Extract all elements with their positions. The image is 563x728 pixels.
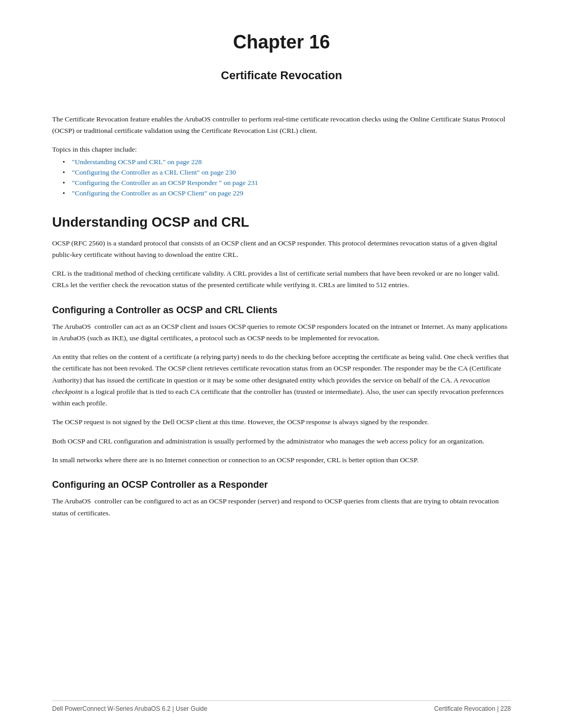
configuring-ocsp-crl-paragraph-1: The ArubaOS controller can act as an OCS… [52, 321, 511, 344]
section-understanding-ocsp-crl-heading: Understanding OCSP and CRL [52, 214, 511, 230]
configuring-ocsp-crl-paragraph-5: In small networks where there are is no … [52, 454, 511, 466]
toc-link[interactable]: "Configuring the Controller as an OCSP C… [72, 189, 243, 197]
configuring-ocsp-crl-paragraph-3: The OCSP request is not signed by the De… [52, 416, 511, 428]
ocsp-crl-paragraph-1: OCSP (RFC 2560) is a standard protocol t… [52, 238, 511, 261]
page: Chapter 16 Certificate Revocation The Ce… [0, 0, 563, 728]
toc-list-item: "Understanding OCSP and CRL" on page 228 [63, 158, 511, 166]
ocsp-crl-paragraph-2: CRL is the traditional method of checkin… [52, 268, 511, 291]
chapter-subtitle: Certificate Revocation [52, 69, 511, 82]
italic-revocation-checkpoint: revocation checkpoint [52, 376, 490, 396]
toc-list-item: "Configuring the Controller as an OCSP C… [63, 189, 511, 198]
toc-link[interactable]: "Configuring the Controller as an OCSP R… [72, 179, 258, 187]
section-configuring-ocsp-responder-heading: Configuring an OCSP Controller as a Resp… [52, 479, 511, 490]
footer-right: Certificate Revocation | 228 [434, 705, 511, 712]
toc-list-item: "Configuring the Controller as a CRL Cli… [63, 168, 511, 177]
configuring-ocsp-responder-paragraph-1: The ArubaOS controller can be configured… [52, 496, 511, 519]
toc-list-item: "Configuring the Controller as an OCSP R… [63, 179, 511, 187]
chapter-heading: Chapter 16 [52, 31, 511, 53]
toc-list: "Understanding OCSP and CRL" on page 228… [52, 158, 511, 198]
section-configuring-ocsp-crl-heading: Configuring a Controller as OCSP and CRL… [52, 305, 511, 316]
toc-link[interactable]: "Configuring the Controller as a CRL Cli… [72, 168, 236, 176]
topics-label: Topics in this chapter include: [52, 145, 511, 154]
configuring-ocsp-crl-paragraph-2: An entity that relies on the content of … [52, 351, 511, 409]
configuring-ocsp-crl-paragraph-4: Both OCSP and CRL configuration and admi… [52, 436, 511, 447]
toc-link[interactable]: "Understanding OCSP and CRL" on page 228 [72, 158, 202, 166]
footer-left: Dell PowerConnect W-Series ArubaOS 6.2 |… [52, 705, 207, 712]
intro-paragraph: The Certificate Revocation feature enabl… [52, 114, 511, 137]
footer: Dell PowerConnect W-Series ArubaOS 6.2 |… [52, 700, 511, 712]
